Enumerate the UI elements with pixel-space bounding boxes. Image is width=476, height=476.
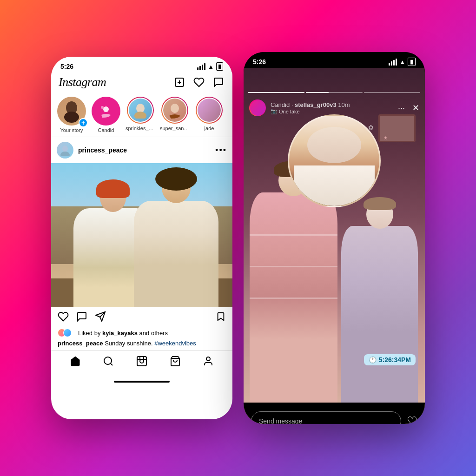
story-user-avatar [249,99,266,116]
nav-profile-button[interactable] [203,356,214,370]
clock-icon: 🕐 [369,356,377,364]
wifi-icon-story: ▲ [399,59,405,66]
story-ring-sprinkles [127,97,154,124]
add-post-button[interactable] [173,76,186,89]
svg-point-22 [206,357,210,361]
status-icons-story: ▲ ▮ [389,58,416,66]
story-item-your-story[interactable]: + Your story [57,97,86,133]
candid-avatar [92,97,120,126]
status-bar-light: 5:26 ▲ ▮ [51,57,232,73]
post-actions [51,307,232,329]
figure-right [129,171,224,308]
story-more-button[interactable]: ··· [398,103,405,113]
time-sticker-text: 5:26:34PM [379,356,411,364]
svg-point-9 [171,104,179,113]
nav-home-button[interactable] [70,356,81,370]
post-image [51,163,232,307]
story-user-info: Candid · stellas_gr00v3 10m 📷 One take [271,101,398,114]
story-username: Candid · stellas_gr00v3 10m [271,101,398,108]
time-display: 5:26 [60,63,73,70]
post-more-button[interactable]: ••• [215,145,227,155]
caption-text: Sunday sunshine. [105,340,154,347]
svg-point-5 [103,106,109,112]
instagram-header: Instagram [51,73,232,93]
home-indicator [114,381,170,383]
likes-text: Liked by kyia_kayaks and others [74,330,168,337]
jade-avatar [198,99,221,122]
post-user-avatar [57,142,73,159]
svg-rect-16 [137,357,146,366]
wall-sticker-2: ★ [383,135,388,140]
story-header: Candid · stellas_gr00v3 10m 📷 One take ·… [244,96,425,120]
story-figure-right [334,197,425,403]
story-header-icons: ··· ✕ [398,103,419,113]
story-message-placeholder: Send message [259,417,302,424]
time-sticker: 🕐 5:26:34PM [364,354,416,365]
nav-shop-button[interactable] [170,356,181,370]
instagram-logo: Instagram [59,75,106,89]
svg-point-6 [101,106,104,109]
bottom-nav [51,350,232,379]
story-item-super-santi[interactable]: super_santi... [160,97,190,133]
progress-bar-1 [248,92,304,93]
sprinkles-avatar [129,99,152,122]
progress-bar-2 [306,92,362,93]
svg-point-10 [62,145,68,152]
like-avatar-2 [63,329,72,337]
story-label-jade: jade [205,126,214,131]
story-person-head-right [366,200,393,229]
notifications-button[interactable] [192,76,205,89]
signal-icon-story [389,59,397,66]
svg-point-14 [104,357,112,364]
svg-point-11 [60,152,70,156]
battery-icon-story: ▮ [408,58,416,66]
phones-container: 5:26 ▲ ▮ Instagram [51,52,425,424]
nav-search-button[interactable] [103,356,114,370]
signal-icon [197,63,205,70]
wifi-icon: ▲ [208,63,214,70]
your-story-avatar-wrapper: + [57,97,86,126]
bookmark-button[interactable] [216,311,226,324]
svg-line-15 [111,364,112,365]
story-heart-button[interactable]: ♡ [407,414,417,424]
battery-icon: ▮ [216,62,223,71]
header-icons [173,76,225,89]
story-sub: 📷 One take [271,108,398,114]
stories-row: + Your story Candid [51,93,232,137]
floating-portrait-circle [288,114,381,207]
status-bar-dark: 5:26 ▲ ▮ [244,52,425,68]
story-label-super-santi: super_santi... [160,126,190,131]
messenger-button[interactable] [212,76,225,89]
post-actions-left [58,311,106,325]
camera-icon: 📷 [271,108,277,114]
comment-button[interactable] [76,311,87,325]
svg-point-8 [134,112,146,119]
svg-point-17 [140,359,144,363]
story-body-left [250,192,337,403]
story-close-button[interactable]: ✕ [412,103,419,113]
story-item-candid[interactable]: Candid [91,97,121,133]
post-user-info: princess_peace [57,142,127,159]
like-button[interactable] [58,311,69,325]
post-header: princess_peace ••• [51,137,232,163]
story-item-sprinkles[interactable]: sprinkles_b... [126,97,155,133]
add-story-button[interactable]: + [79,118,88,127]
story-ring-jade [196,97,223,124]
time-display-story: 5:26 [253,58,266,66]
story-body-right [341,226,418,403]
likes-user[interactable]: kyia_kayaks [102,330,138,337]
story-progress-bars [248,92,420,93]
svg-point-4 [64,112,79,123]
post-username: princess_peace [78,146,127,154]
caption-hashtag[interactable]: #weekendvibes [154,340,196,347]
share-button[interactable] [95,311,106,325]
story-item-jade[interactable]: jade [194,97,224,133]
nav-reels-button[interactable] [136,356,147,370]
story-view: ✿ ★ [244,68,425,424]
story-label-candid: Candid [98,127,114,133]
story-message-input[interactable]: Send message [251,411,401,424]
story-label-sprinkles: sprinkles_b... [126,126,155,131]
caption-username[interactable]: princess_peace [58,340,103,347]
phone-story: 5:26 ▲ ▮ ✿ ★ [244,52,425,424]
story-label-your-story: Your story [60,127,83,133]
